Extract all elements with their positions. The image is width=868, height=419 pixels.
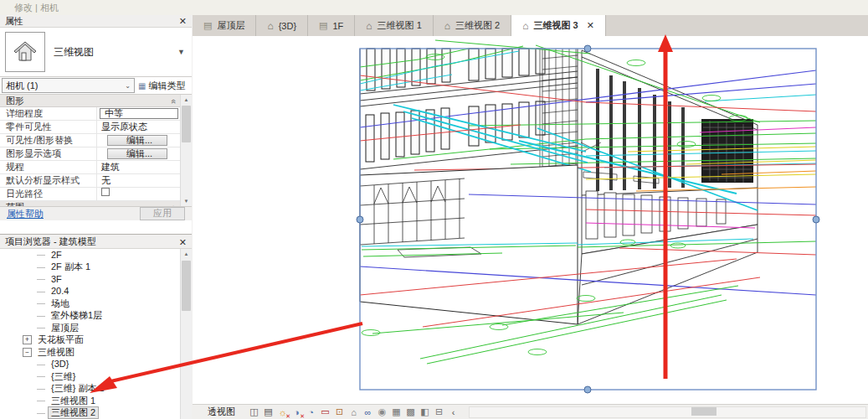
property-value[interactable]: 无 [97,174,181,187]
tree-item[interactable]: 室外楼梯1层 [0,310,181,323]
crop-handle-left[interactable] [357,216,363,223]
tree-item[interactable]: {三维} [0,370,181,383]
tree-item[interactable]: 三维视图 [0,346,181,359]
type-selector[interactable]: 三维视图 ▼ [0,28,192,77]
expand-viewbar-icon[interactable]: ‹ [447,406,460,418]
tab-close-icon[interactable]: ✕ [587,20,594,31]
shadows-off-icon[interactable]: ◑ [290,406,303,418]
crop-handle-top[interactable] [584,45,591,52]
view-tab-label: 三维视图 1 [378,19,422,32]
show-analytical-model-icon[interactable]: ▩ [404,406,417,418]
edit-type-button[interactable]: ▦ 编辑类型 [136,78,190,93]
temporary-view-properties-icon[interactable]: ▦ [390,406,403,418]
property-row: 默认分析显示样式 无 [0,174,181,188]
close-icon[interactable]: ✕ [179,237,187,247]
property-row: 规程 建筑 [0,161,181,174]
tree-item-label: 2F [49,250,64,261]
property-value[interactable]: 编辑... [107,148,167,159]
tree-expander-icon[interactable] [37,401,45,401]
scrollbar-thumb[interactable] [182,106,191,142]
view-tab[interactable]: {3D} [256,15,308,36]
tree-item[interactable]: 3F [0,273,181,286]
properties-title: 属性 [5,15,23,28]
properties-footer: 属性帮助 应用 [0,207,192,220]
view-tab[interactable]: 三维视图 1 [355,15,433,36]
tree-expander-icon[interactable] [37,267,45,268]
scrollbar-thumb[interactable] [182,261,191,311]
tree-item[interactable]: 三维视图 1 [0,395,181,407]
tree-expander-icon[interactable] [37,255,45,256]
view-tab[interactable]: 三维视图 3 ✕ [511,15,606,37]
tree-item-label: {3D} [49,359,71,370]
scroll-up-icon[interactable]: ▲ [181,95,192,105]
tree-item[interactable]: 三维视图 2 [0,407,181,419]
view-tab-label: 1F [332,21,343,31]
model-canvas[interactable] [193,36,868,405]
property-value[interactable]: 建筑 [97,161,181,173]
view-tab[interactable]: 屋顶层 [193,15,256,36]
tree-item-label: 3F [49,274,64,285]
tree-item[interactable]: 2F 副本 1 [0,261,181,274]
tree-expander-icon[interactable] [37,365,45,365]
detail-level-icon[interactable]: ▤ [262,406,275,418]
tree-item[interactable]: 2F [0,249,181,261]
tree-expander-icon[interactable] [37,389,45,390]
temporary-hide-isolate-icon[interactable]: ∞ [362,406,374,418]
properties-help-link[interactable]: 属性帮助 [7,208,44,220]
crop-view-icon[interactable]: ▭ [319,406,331,418]
perspective-label[interactable]: 透视图 [208,406,235,418]
tree-item-label: 屋顶层 [49,323,81,334]
apply-button[interactable]: 应用 [140,207,185,220]
tree-expander-icon[interactable] [37,292,45,292]
visual-style-icon[interactable]: ◫ [248,406,260,418]
view-tab[interactable]: 1F [308,15,355,36]
tree-item-label: {三维} 副本 1 [49,383,107,394]
revit-window: 修改 | 相机 属性 ✕ 三维视图 ▼ [0,0,868,419]
show-crop-region-icon[interactable]: ⊡ [333,406,346,418]
sun-path-off-icon[interactable]: ☼ [276,406,289,418]
view-tab-label: 三维视图 2 [455,19,500,32]
tree-expander-icon[interactable] [37,303,45,304]
scrollbar-thumb[interactable] [691,407,716,416]
tree-item[interactable]: 天花板平面 [0,334,181,347]
tree-item[interactable]: 场地 [0,297,181,310]
tree-item[interactable]: 20.4 [0,286,181,298]
tree-item[interactable]: {3D} [0,359,181,371]
tree-expander-icon[interactable] [37,328,45,328]
crop-handle-bottom[interactable] [584,386,591,393]
tree-expander-icon[interactable] [23,348,32,357]
tree-expander-icon[interactable] [37,413,45,414]
instance-selector[interactable]: 相机 (1) ⌄ [2,78,135,93]
unlocked-view-icon[interactable]: ⌂ [347,406,360,418]
ribbon-context-strip: 修改 | 相机 [0,0,868,16]
close-icon[interactable]: ✕ [179,16,187,26]
scroll-down-icon[interactable]: ▼ [181,196,192,206]
scroll-up-icon[interactable]: ▲ [181,249,192,259]
view-type-icon [522,20,528,32]
property-value[interactable] [97,188,181,200]
tree-expander-icon[interactable] [37,376,45,377]
crop-handle-right[interactable] [813,216,819,223]
property-value[interactable]: 编辑... [107,135,167,146]
chevron-down-icon[interactable]: ▼ [177,48,185,56]
properties-scrollbar[interactable]: ▲ ▼ [180,95,192,206]
reveal-constraints-icon[interactable]: ⊟ [433,406,445,418]
tree-item[interactable]: {三维} 副本 1 [0,383,181,396]
property-label: 日光路径 [0,188,97,200]
property-row: 图形 [0,95,181,107]
tree-item[interactable]: 屋顶层 [0,322,181,334]
properties-title-bar: 属性 ✕ [0,15,192,28]
type-selector-label: 三维视图 [54,45,94,59]
property-value[interactable]: 中等 [100,108,178,119]
property-value[interactable]: 显示原状态 [97,121,181,133]
show-rendering-dialog-icon[interactable]: ◔ [305,406,317,418]
tree-expander-icon[interactable] [37,279,45,280]
view-tab[interactable]: 三维视图 2 [434,15,511,36]
tree-expander-icon[interactable] [37,316,45,317]
reveal-hidden-elements-icon[interactable]: ◉ [376,406,388,418]
horizontal-scrollbar[interactable] [469,406,866,418]
ribbon-context-label: 修改 | 相机 [14,2,59,14]
browser-scrollbar[interactable]: ▲ ⌄ [180,249,192,419]
highlight-displacement-sets-icon[interactable]: ◧ [419,406,431,418]
tree-expander-icon[interactable] [23,335,32,344]
